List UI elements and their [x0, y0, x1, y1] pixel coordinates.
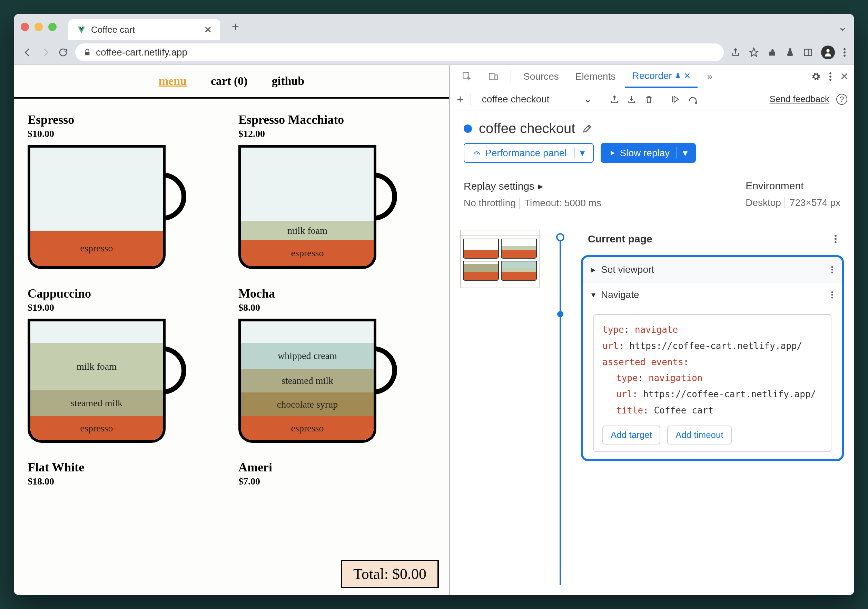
- profile-avatar[interactable]: [821, 45, 835, 59]
- product-name: Espresso Macchiato: [239, 113, 436, 127]
- delete-icon[interactable]: [645, 95, 653, 104]
- star-icon[interactable]: [749, 47, 759, 57]
- chevron-down-icon: ⌄: [584, 93, 592, 105]
- total-box[interactable]: Total: $0.00: [341, 560, 439, 588]
- new-tab-button[interactable]: +: [225, 20, 246, 34]
- address-bar-icons: [731, 45, 846, 59]
- kebab-icon[interactable]: [831, 291, 834, 299]
- traffic-lights: [21, 23, 57, 31]
- edit-icon[interactable]: [582, 124, 592, 134]
- nav-github-link[interactable]: github: [272, 74, 305, 88]
- svg-point-15: [831, 266, 833, 268]
- devtools-tabs: Sources Elements Recorder ✕ » ✕: [450, 65, 854, 88]
- svg-point-4: [843, 51, 846, 53]
- step-navigate[interactable]: ▾ Navigate: [583, 283, 842, 307]
- tab-elements[interactable]: Elements: [569, 65, 623, 88]
- inspect-icon[interactable]: [456, 65, 479, 88]
- page-nav: menu cart (0) github: [14, 65, 449, 99]
- svg-rect-7: [489, 73, 494, 80]
- product-price: $18.00: [28, 476, 225, 487]
- layer-steamed: steamed milk: [241, 369, 374, 393]
- replay-settings[interactable]: Replay settings▸ No throttling Timeout: …: [463, 180, 601, 209]
- import-icon[interactable]: [627, 95, 636, 104]
- step-group: ▸ Set viewport ▾ Navigate type: navigate: [581, 255, 844, 461]
- page-thumbnail[interactable]: [460, 230, 539, 288]
- kebab-icon[interactable]: [834, 234, 837, 244]
- product-name: Cappuccino: [28, 286, 225, 301]
- replay-icon[interactable]: [670, 95, 679, 104]
- product-name: Flat White: [28, 460, 225, 475]
- current-page-header: Current page: [581, 230, 844, 255]
- kebab-icon[interactable]: [829, 72, 832, 81]
- url-field[interactable]: coffee-cart.netlify.app: [75, 43, 724, 61]
- close-devtools-icon[interactable]: ✕: [840, 70, 849, 82]
- extensions-icon[interactable]: [767, 48, 777, 57]
- layer-espresso: espresso: [30, 231, 163, 266]
- timeline: [550, 230, 570, 585]
- labs-icon: [675, 73, 681, 79]
- device-icon[interactable]: [482, 65, 505, 88]
- svg-point-9: [829, 72, 831, 74]
- tabs-dropdown-icon[interactable]: ⌄: [838, 20, 847, 34]
- product-cappuccino: Cappuccino $19.00 espresso steamed milk …: [28, 286, 225, 443]
- svg-point-14: [834, 241, 837, 243]
- slow-replay-button[interactable]: Slow replay ▾: [601, 143, 696, 163]
- back-button[interactable]: [22, 47, 33, 58]
- cup-icon[interactable]: espresso: [28, 145, 193, 269]
- recording-select[interactable]: coffee checkout ⌄: [478, 91, 596, 107]
- browser-window: Coffee cart ✕ + ⌄ coffee-cart.netlify.ap…: [14, 14, 854, 595]
- recording-buttons: Performance panel ▾ Slow replay ▾: [450, 143, 854, 173]
- svg-rect-8: [495, 75, 498, 80]
- new-recording-button[interactable]: +: [457, 93, 463, 106]
- close-window-button[interactable]: [21, 23, 29, 31]
- export-icon[interactable]: [610, 95, 619, 104]
- help-icon[interactable]: ?: [836, 94, 847, 105]
- panel-icon[interactable]: [803, 48, 813, 57]
- gauge-icon: [473, 149, 481, 157]
- nav-menu-link[interactable]: menu: [159, 74, 187, 88]
- browser-tab[interactable]: Coffee cart ✕: [68, 19, 220, 40]
- product-name: Mocha: [239, 286, 436, 301]
- thumbnail-column: [460, 230, 539, 585]
- nav-cart-link[interactable]: cart (0): [211, 74, 248, 88]
- tab-sources[interactable]: Sources: [516, 65, 566, 88]
- continue-icon[interactable]: [688, 94, 698, 105]
- menu-icon[interactable]: [843, 48, 846, 57]
- add-timeout-button[interactable]: Add timeout: [667, 425, 732, 445]
- send-feedback-link[interactable]: Send feedback: [770, 94, 829, 105]
- svg-point-18: [831, 291, 833, 293]
- step-code-box: type: navigate url: https://coffee-cart.…: [594, 314, 831, 452]
- settings-row: Replay settings▸ No throttling Timeout: …: [450, 173, 854, 219]
- step-set-viewport[interactable]: ▸ Set viewport: [583, 257, 842, 283]
- cup-icon[interactable]: espresso chocolate syrup steamed milk wh…: [239, 318, 404, 443]
- product-price: $7.00: [239, 476, 436, 487]
- labs-icon[interactable]: [785, 48, 795, 57]
- chevron-down-icon: ▾: [591, 290, 595, 300]
- kebab-icon[interactable]: [831, 266, 834, 274]
- svg-rect-0: [804, 49, 812, 56]
- minimize-window-button[interactable]: [34, 23, 43, 31]
- forward-button[interactable]: [40, 47, 51, 58]
- cup-icon[interactable]: espresso milk foam: [239, 145, 404, 269]
- share-icon[interactable]: [731, 48, 740, 57]
- products-grid: Espresso $10.00 espresso Espresso Macchi…: [14, 99, 449, 501]
- recording-dot-icon: [463, 125, 472, 133]
- settings-icon[interactable]: [811, 72, 821, 81]
- recorder-toolbar: + coffee checkout ⌄ Send feedback ?: [450, 88, 854, 110]
- maximize-window-button[interactable]: [48, 23, 57, 31]
- more-tabs-icon[interactable]: »: [700, 65, 720, 88]
- performance-panel-button[interactable]: Performance panel ▾: [463, 143, 594, 163]
- close-tab-icon[interactable]: ✕: [684, 71, 691, 81]
- chevron-right-icon: ▸: [538, 180, 543, 192]
- svg-point-16: [831, 269, 833, 271]
- chevron-down-icon[interactable]: ▾: [574, 147, 585, 159]
- close-tab-icon[interactable]: ✕: [204, 24, 212, 36]
- chevron-down-icon[interactable]: ▾: [677, 147, 688, 159]
- reload-button[interactable]: [58, 47, 68, 57]
- add-target-button[interactable]: Add target: [602, 425, 660, 445]
- tab-recorder[interactable]: Recorder ✕: [625, 65, 697, 88]
- layer-espresso: espresso: [241, 416, 374, 440]
- product-price: $10.00: [28, 128, 225, 139]
- play-icon: [609, 150, 616, 156]
- cup-icon[interactable]: espresso steamed milk milk foam: [28, 318, 193, 443]
